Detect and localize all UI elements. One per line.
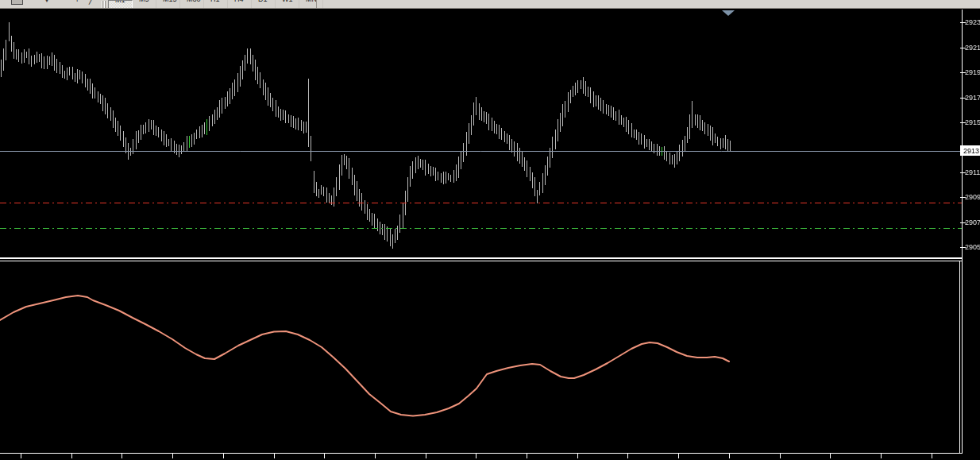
period-button-label: H1 <box>210 0 220 3</box>
period-button-h4[interactable]: H4 <box>228 0 252 8</box>
chart-window-icon[interactable] <box>11 0 23 5</box>
period-button-h1[interactable]: H1 <box>204 0 228 8</box>
period-button-mn[interactable]: MN <box>299 0 323 8</box>
price-axis-label: 2915 <box>965 118 980 126</box>
period-button-label: MN <box>306 0 317 3</box>
scroll-to-end-marker-icon[interactable] <box>722 10 735 16</box>
dropdown-caret-icon[interactable]: ▼ <box>44 0 50 4</box>
period-button-label: M1 <box>115 0 125 4</box>
price-axis-label: 2907 <box>965 218 980 226</box>
current-price-value: 2913 <box>963 147 979 155</box>
period-button-label: M5 <box>139 0 149 3</box>
period-button-label: M15 <box>163 0 177 3</box>
current-price-label: 2913 <box>960 145 980 156</box>
fibonacci-icon[interactable]: ····F <box>67 0 81 3</box>
period-button-label: W1 <box>282 0 293 3</box>
toolbar: ▼····F╱ M1M5M15M30H1H4D1W1MN <box>0 0 980 9</box>
price-axis-label: 2923 <box>965 18 980 26</box>
price-axis-label: 2909 <box>965 193 980 201</box>
price-axis-label: 2911 <box>965 168 980 176</box>
mt4-chart-window: ▼····F╱ M1M5M15M30H1H4D1W1MN 29232921291… <box>0 0 980 460</box>
periodicity-toolbar: M1M5M15M30H1H4D1W1MN <box>108 0 323 8</box>
period-button-label: H4 <box>234 0 244 3</box>
period-button-label: D1 <box>258 0 268 3</box>
period-button-m15[interactable]: M15 <box>156 0 180 8</box>
toolbar-grip[interactable] <box>102 1 106 8</box>
price-axis-label: 2905 <box>965 243 980 251</box>
price-axis-label: 2917 <box>965 94 980 102</box>
pencil-icon[interactable]: ╱ <box>89 0 95 5</box>
period-button-m30[interactable]: M30 <box>180 0 204 8</box>
toolbar-edge <box>316 0 317 8</box>
period-button-m5[interactable]: M5 <box>133 0 156 8</box>
price-axis-label: 2919 <box>965 68 980 76</box>
period-button-d1[interactable]: D1 <box>252 0 276 8</box>
period-button-w1[interactable]: W1 <box>276 0 299 8</box>
period-button-m1[interactable]: M1 <box>108 0 133 9</box>
period-button-label: M30 <box>187 0 201 3</box>
price-chart-canvas[interactable] <box>0 0 980 460</box>
price-axis-label: 2921 <box>965 44 980 52</box>
